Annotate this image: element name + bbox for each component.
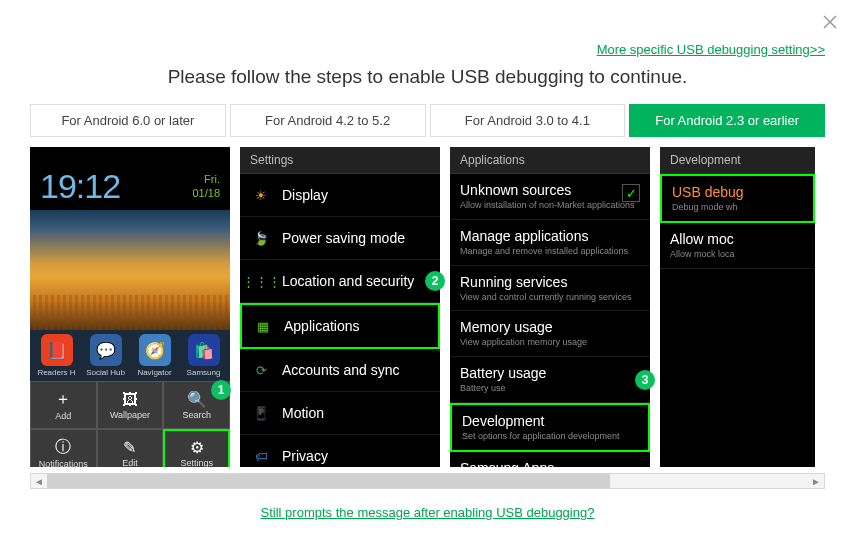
screenshot-applications: Applications Unknown sources Allow insta… <box>450 147 650 467</box>
menu-label: Search <box>182 410 211 420</box>
settings-item: Applications <box>284 318 360 334</box>
image-icon: 🖼 <box>122 391 138 409</box>
dev-item-sub: Allow mock loca <box>670 249 735 260</box>
app-item-sub: Set options for application development <box>462 431 620 442</box>
top-link-row: More specific USB debugging setting>> <box>30 40 825 58</box>
clock-day: Fri. <box>192 173 220 186</box>
settings-item: Accounts and sync <box>282 362 400 378</box>
dev-item-title: USB debug <box>672 184 744 200</box>
settings-item: Power saving mode <box>282 230 405 246</box>
tab-android-3[interactable]: For Android 3.0 to 4.1 <box>430 104 626 137</box>
tab-android-4-2[interactable]: For Android 4.2 to 5.2 <box>230 104 426 137</box>
app-label: Navigator <box>137 368 171 377</box>
app-item-title: Memory usage <box>460 319 553 335</box>
app-item-title: Manage applications <box>460 228 588 244</box>
app-item-title: Battery usage <box>460 365 546 381</box>
dialog-title: Please follow the steps to enable USB de… <box>30 66 825 88</box>
screen-header: Settings <box>240 147 440 174</box>
gear-icon: ⚙ <box>190 438 204 457</box>
dev-item-title: Allow moc <box>670 231 734 247</box>
app-label: Readers H <box>37 368 75 377</box>
app-label: Social Hub <box>86 368 125 377</box>
app-item-title: Running services <box>460 274 567 290</box>
checkbox-checked-icon: ✓ <box>622 184 640 202</box>
menu-label: Edit <box>122 458 138 467</box>
app-item-title: Samsung Apps <box>460 460 554 467</box>
still-prompts-link[interactable]: Still prompts the message after enabling… <box>261 505 595 520</box>
app-item-sub: Manage and remove installed applications <box>460 246 628 257</box>
screen-header: Development <box>660 147 815 174</box>
dev-item-sub: Debug mode wh <box>672 202 738 213</box>
menu-label: Wallpaper <box>110 410 150 420</box>
info-icon: ⓘ <box>55 437 71 458</box>
settings-item: Motion <box>282 405 324 421</box>
search-icon: 🔍 <box>187 390 207 409</box>
menu-label: Add <box>55 411 71 421</box>
settings-item: Privacy <box>282 448 328 464</box>
more-settings-link[interactable]: More specific USB debugging setting>> <box>597 42 825 57</box>
app-item-sub: Battery use <box>460 383 506 394</box>
motion-icon: 📱 <box>250 402 272 424</box>
wallpaper-image <box>30 210 230 330</box>
screen-header: Applications <box>450 147 650 174</box>
step-badge-2: 2 <box>425 271 445 291</box>
step-badge-3: 3 <box>635 370 655 390</box>
menu-label: Settings <box>180 458 213 467</box>
leaf-icon: 🍃 <box>250 227 272 249</box>
app-item-title: Unknown sources <box>460 182 571 198</box>
sync-icon: ⟳ <box>250 359 272 381</box>
scroll-thumb[interactable] <box>47 474 808 488</box>
app-item-sub: View and control currently running servi… <box>460 292 631 303</box>
app-item-title: Development <box>462 413 545 429</box>
screenshot-development: Development USB debugDebug mode wh Allow… <box>660 147 815 467</box>
privacy-icon: 🏷 <box>250 445 272 467</box>
tab-android-2-3[interactable]: For Android 2.3 or earlier <box>629 104 825 137</box>
app-item-sub: View application memory usage <box>460 337 587 348</box>
screenshot-home: 19:12 Fri. 01/18 📕Readers H 💬Social Hub … <box>30 147 230 467</box>
close-icon[interactable] <box>823 14 837 32</box>
step-badge-1: 1 <box>211 380 231 400</box>
edit-icon: ✎ <box>123 438 136 457</box>
plus-icon: ＋ <box>55 389 71 410</box>
tab-android-6[interactable]: For Android 6.0 or later <box>30 104 226 137</box>
android-version-tabs: For Android 6.0 or later For Android 4.2… <box>30 104 825 137</box>
bottom-link-row: Still prompts the message after enabling… <box>30 503 825 521</box>
usb-debugging-dialog: More specific USB debugging setting>> Pl… <box>0 0 855 533</box>
menu-label: Notifications <box>39 459 88 467</box>
grid-icon: ⋮⋮⋮ <box>250 270 272 292</box>
app-item-sub: Allow installation of non-Market applica… <box>460 200 635 211</box>
screenshot-settings: Settings ☀Display 🍃Power saving mode ⋮⋮⋮… <box>240 147 440 467</box>
app-label: Samsung <box>187 368 221 377</box>
apps-icon: ▦ <box>252 315 274 337</box>
clock-time: 19:12 <box>40 167 120 206</box>
clock-date: 01/18 <box>192 187 220 200</box>
settings-item: Display <box>282 187 328 203</box>
screenshots-row: 19:12 Fri. 01/18 📕Readers H 💬Social Hub … <box>30 147 825 489</box>
horizontal-scrollbar[interactable]: ◄ ► <box>30 473 825 489</box>
scroll-left-icon[interactable]: ◄ <box>31 476 47 487</box>
scroll-right-icon[interactable]: ► <box>808 476 824 487</box>
settings-item: Location and security <box>282 273 414 289</box>
brightness-icon: ☀ <box>250 184 272 206</box>
